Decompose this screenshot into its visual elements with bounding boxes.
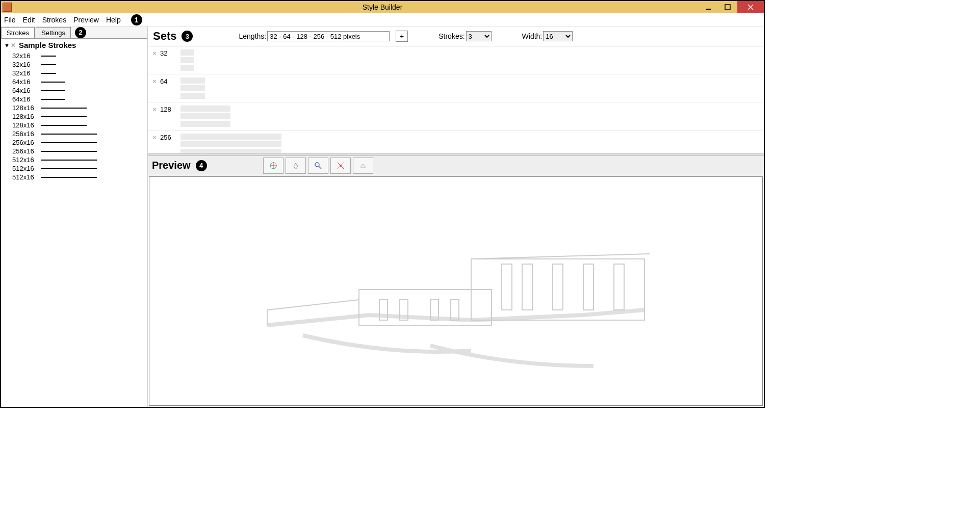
svg-line-25 <box>267 300 359 310</box>
tree-item[interactable]: 256x16 <box>1 138 147 147</box>
sets-title-text: Sets <box>153 30 176 43</box>
swatch-stack <box>180 49 194 71</box>
close-button[interactable] <box>737 1 764 13</box>
menu-strokes[interactable]: Strokes <box>42 16 66 24</box>
menu-preview[interactable]: Preview <box>73 16 99 24</box>
svg-rect-14 <box>522 264 532 310</box>
tree-item[interactable]: 32x16 <box>1 69 147 77</box>
remove-set-icon[interactable]: ✕ <box>152 50 157 57</box>
tab-settings[interactable]: Settings <box>36 27 71 38</box>
swatch-stack <box>180 77 205 99</box>
tree-item[interactable]: 64x16 <box>1 77 147 86</box>
tree-item[interactable]: 32x16 <box>1 51 147 60</box>
zoom-tool-button[interactable] <box>308 158 328 174</box>
stroke-size-label: 128x16 <box>12 113 41 120</box>
set-row[interactable]: ✕32 <box>148 46 764 74</box>
svg-point-11 <box>340 165 342 167</box>
stroke-preview-line <box>41 73 56 74</box>
stroke-size-label: 64x16 <box>12 95 41 103</box>
tab-strokes[interactable]: Strokes <box>1 27 35 38</box>
set-row[interactable]: ✕128 <box>148 102 764 130</box>
tree-item[interactable]: 256x16 <box>1 129 147 138</box>
stroke-size-label: 128x16 <box>12 121 41 129</box>
remove-set-icon[interactable]: ✕ <box>152 78 157 85</box>
tree-item[interactable]: 128x16 <box>1 112 147 121</box>
tree-item[interactable]: 64x16 <box>1 95 147 103</box>
set-row[interactable]: ✕64 <box>148 74 764 102</box>
stroke-swatch <box>180 49 194 56</box>
sets-list[interactable]: ✕32✕64✕128✕256 <box>148 46 764 153</box>
width-field: Width: 16 <box>522 31 573 41</box>
app-window: Style Builder File Edit Strokes Preview … <box>0 0 765 408</box>
tree-item[interactable]: 256x16 <box>1 147 147 155</box>
set-row[interactable]: ✕256 <box>148 130 764 153</box>
window-title: Style Builder <box>363 3 403 11</box>
stroke-preview-line <box>41 168 97 169</box>
callout-3: 3 <box>182 31 193 42</box>
sidebar: Strokes Settings 2 ▼ ✕ Sample Strokes 32… <box>1 27 148 407</box>
width-label: Width: <box>522 32 543 40</box>
minimize-button[interactable] <box>699 1 718 13</box>
window-controls <box>699 1 764 13</box>
maximize-button[interactable] <box>718 1 737 13</box>
stroke-preview-line <box>41 142 97 143</box>
menubar: File Edit Strokes Preview Help 1 <box>1 13 764 27</box>
tree-item[interactable]: 128x16 <box>1 121 147 129</box>
sets-bar: Sets 3 Lengths: + Strokes: 3 Width: 16 <box>148 27 764 46</box>
stroke-preview-line <box>41 125 87 126</box>
tree-item[interactable]: 512x16 <box>1 173 147 181</box>
stroke-size-label: 512x16 <box>12 156 41 164</box>
menu-help[interactable]: Help <box>106 16 121 24</box>
stroke-size-label: 128x16 <box>12 104 41 112</box>
set-size-label: 128 <box>160 106 180 113</box>
strokes-select[interactable]: 3 <box>466 31 492 41</box>
tree-item[interactable]: 32x16 <box>1 60 147 69</box>
stroke-size-label: 512x16 <box>12 173 41 181</box>
stroke-size-label: 512x16 <box>12 165 41 172</box>
svg-line-8 <box>319 166 321 169</box>
callout-4: 4 <box>196 160 207 171</box>
stroke-preview-line <box>41 108 87 109</box>
menu-file[interactable]: File <box>4 16 16 24</box>
svg-rect-15 <box>553 264 563 310</box>
menu-edit[interactable]: Edit <box>23 16 35 24</box>
tree-item[interactable]: 64x16 <box>1 86 147 95</box>
stroke-swatch <box>180 93 205 99</box>
remove-group-icon[interactable]: ✕ <box>11 42 16 49</box>
zoom-extents-button[interactable] <box>330 158 351 174</box>
sidebar-tabs: Strokes Settings 2 <box>1 27 147 39</box>
remove-set-icon[interactable]: ✕ <box>152 106 157 113</box>
collapse-arrow-icon: ▼ <box>4 42 10 48</box>
tree-item[interactable]: 512x16 <box>1 155 147 164</box>
stroke-preview-line <box>41 64 56 65</box>
preview-canvas[interactable] <box>149 176 763 406</box>
width-select[interactable]: 16 <box>543 31 573 41</box>
stroke-size-label: 32x16 <box>12 69 41 77</box>
stroke-swatch <box>180 57 194 63</box>
svg-rect-23 <box>451 300 459 320</box>
lengths-input[interactable] <box>267 31 390 41</box>
main-body: Strokes Settings 2 ▼ ✕ Sample Strokes 32… <box>1 27 764 407</box>
orbit-tool-button[interactable] <box>263 158 283 174</box>
swatch-stack <box>180 106 230 127</box>
pan-tool-button[interactable] <box>286 158 306 174</box>
svg-rect-16 <box>583 264 594 310</box>
tree-item[interactable]: 512x16 <box>1 164 147 173</box>
add-length-button[interactable]: + <box>396 31 408 42</box>
stroke-swatch <box>180 106 230 112</box>
remove-set-icon[interactable]: ✕ <box>152 134 157 141</box>
model-button[interactable] <box>353 158 373 174</box>
stroke-preview-line <box>41 177 97 178</box>
stroke-swatch <box>180 121 230 127</box>
stroke-preview-line <box>41 90 65 91</box>
stroke-preview-line <box>41 116 87 117</box>
tree-item[interactable]: 128x16 <box>1 103 147 112</box>
lengths-label: Lengths: <box>239 32 266 40</box>
svg-rect-17 <box>614 264 624 310</box>
preview-title-text: Preview <box>152 160 191 171</box>
tree-group-header[interactable]: ▼ ✕ Sample Strokes <box>1 39 147 51</box>
preview-sketch <box>226 213 685 386</box>
stroke-preview-line <box>41 134 97 135</box>
stroke-swatch <box>180 141 281 147</box>
svg-rect-13 <box>502 264 512 310</box>
